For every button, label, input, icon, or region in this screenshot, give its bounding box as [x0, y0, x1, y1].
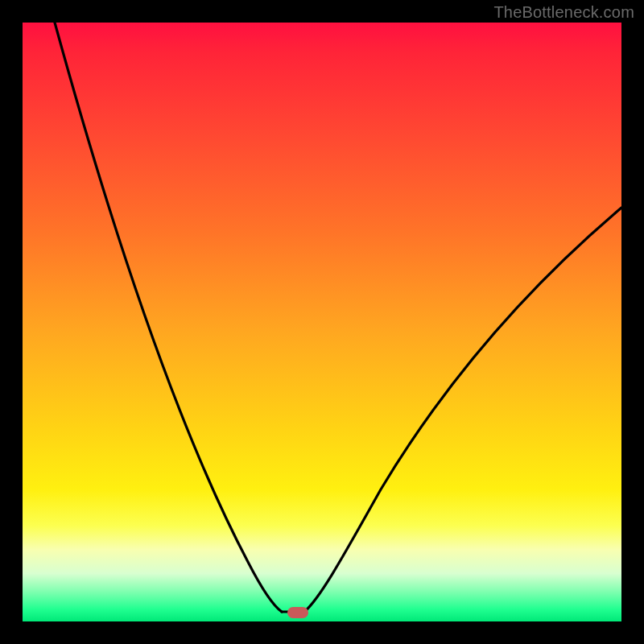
curve-right-branch: [304, 208, 621, 612]
chart-frame: TheBottleneck.com: [0, 0, 644, 644]
optimal-marker: [287, 607, 308, 618]
bottleneck-curve: [23, 23, 621, 621]
curve-left-branch: [55, 23, 282, 612]
watermark-text: TheBottleneck.com: [493, 3, 634, 22]
